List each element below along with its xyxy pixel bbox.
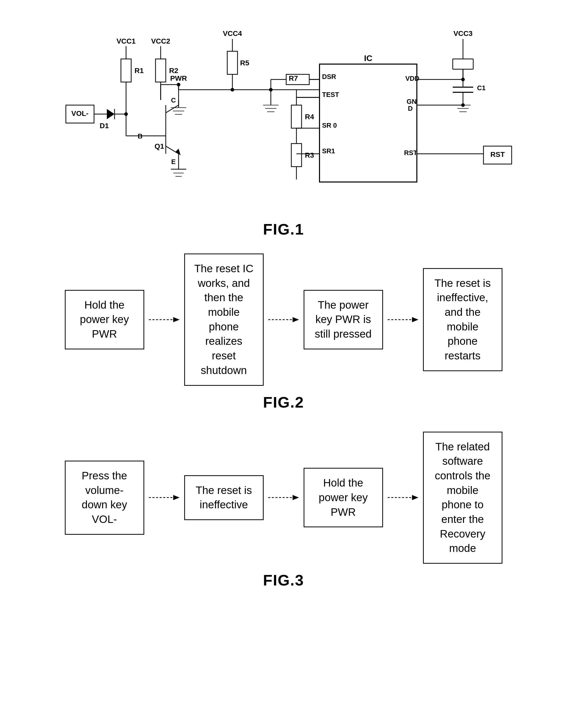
- svg-text:R7: R7: [289, 74, 298, 82]
- svg-rect-63: [291, 105, 301, 128]
- svg-text:R2: R2: [169, 67, 178, 75]
- svg-text:R5: R5: [240, 59, 249, 67]
- fig2-arrow-1: [149, 315, 180, 325]
- fig3-step-2: The reset is ineffective: [184, 475, 264, 520]
- fig2-step-2: The reset IC works, and then the mobile …: [184, 254, 264, 386]
- svg-text:R3: R3: [305, 151, 314, 159]
- svg-marker-3: [107, 109, 115, 119]
- fig2-step-4: The reset is ineffective, and the mobile…: [423, 268, 502, 371]
- fig3-arrow-1: [149, 492, 180, 503]
- fig2-arrow-3: [388, 315, 418, 325]
- fig3-step-3: Hold the power key PWR: [303, 468, 383, 527]
- svg-text:C: C: [171, 96, 176, 104]
- fig3-arrow-2: [268, 492, 299, 503]
- fig3-flow: Press the volume-down key VOL- The reset…: [65, 432, 502, 564]
- svg-text:GN: GN: [407, 98, 417, 105]
- svg-text:IC: IC: [364, 54, 372, 63]
- svg-text:C1: C1: [477, 84, 485, 92]
- svg-text:E: E: [171, 158, 176, 166]
- fig2-section: Hold the power key PWR The reset IC work…: [21, 254, 546, 411]
- svg-text:Q1: Q1: [155, 142, 164, 150]
- fig2-step-3: The power key PWR is still pressed: [303, 290, 383, 349]
- svg-text:VCC2: VCC2: [151, 37, 170, 45]
- fig2-arrow-2: [268, 315, 299, 325]
- svg-line-27: [166, 105, 179, 113]
- fig1-section: VOL- D1 VCC1 R1 VCC2 PWR R2 Q1: [21, 15, 546, 238]
- svg-marker-29: [176, 149, 181, 155]
- svg-text:RST: RST: [404, 149, 417, 157]
- svg-marker-117: [292, 317, 299, 322]
- fig3-arrow-3: [388, 492, 418, 503]
- svg-text:SR 0: SR 0: [322, 122, 337, 129]
- svg-marker-125: [412, 495, 418, 500]
- svg-text:PWR: PWR: [170, 74, 187, 82]
- svg-rect-9: [121, 59, 131, 82]
- svg-marker-115: [173, 317, 180, 322]
- svg-text:SR1: SR1: [322, 147, 335, 155]
- fig2-step-1: Hold the power key PWR: [65, 290, 144, 349]
- svg-line-28: [166, 146, 179, 154]
- svg-text:R1: R1: [135, 67, 144, 75]
- svg-rect-41: [227, 51, 238, 74]
- svg-text:VCC4: VCC4: [223, 29, 242, 37]
- svg-text:VDD: VDD: [405, 75, 419, 82]
- svg-text:R4: R4: [305, 113, 314, 121]
- svg-text:VOL-: VOL-: [71, 109, 88, 117]
- svg-point-106: [461, 103, 465, 107]
- svg-text:D: D: [408, 105, 413, 112]
- svg-text:VCC3: VCC3: [453, 29, 472, 37]
- svg-marker-123: [292, 495, 299, 500]
- svg-text:VCC1: VCC1: [116, 37, 136, 45]
- svg-marker-119: [412, 317, 418, 322]
- svg-rect-66: [291, 144, 301, 167]
- fig2-label: FIG.2: [263, 393, 304, 411]
- circuit-diagram: VOL- D1 VCC1 R1 VCC2 PWR R2 Q1: [53, 15, 514, 215]
- fig3-section: Press the volume-down key VOL- The reset…: [21, 432, 546, 589]
- svg-rect-18: [156, 59, 166, 82]
- svg-text:RST: RST: [490, 150, 505, 158]
- fig3-step-4: The related software controls the mobile…: [423, 432, 502, 564]
- svg-marker-121: [173, 495, 180, 500]
- fig2-flow: Hold the power key PWR The reset IC work…: [65, 254, 502, 386]
- svg-text:DSR: DSR: [322, 73, 336, 80]
- svg-text:TEST: TEST: [322, 91, 339, 98]
- fig1-label: FIG.1: [263, 220, 304, 238]
- fig3-step-1: Press the volume-down key VOL-: [65, 461, 144, 535]
- fig3-label: FIG.3: [263, 571, 304, 589]
- svg-text:D1: D1: [100, 122, 109, 130]
